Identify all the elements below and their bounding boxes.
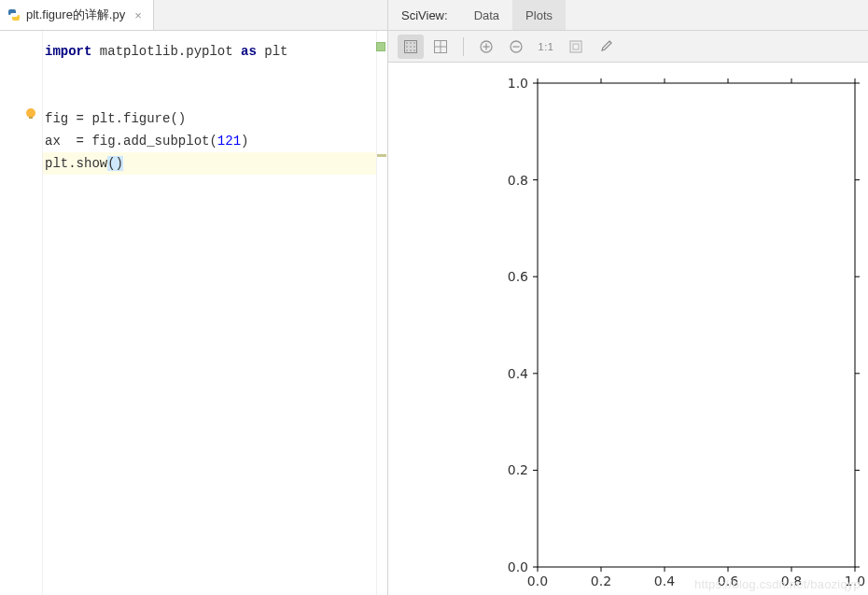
inspection-status-icon[interactable] [376,42,385,51]
code-line [43,85,387,107]
svg-point-4 [410,42,412,44]
zoom-in-icon[interactable] [473,35,499,59]
svg-point-11 [413,50,415,51]
svg-text:0.0: 0.0 [508,560,528,574]
svg-text:1.0: 1.0 [508,76,528,91]
zoom-actual-size-button[interactable]: 1:1 [533,35,559,59]
editor-gutter [0,31,43,595]
svg-rect-22 [538,83,855,567]
sciview-tab-bar: SciView: Data Plots [388,0,868,31]
editor-area: import matplotlib.pyplot as plt fig = pl… [0,31,387,595]
matplotlib-figure: 0.00.20.40.60.81.0 0.00.20.40.60.81.0 [388,72,868,595]
sciview-title: SciView: [388,0,461,30]
editor-tab-filename: plt.figure的详解.py [26,7,125,23]
svg-rect-20 [570,41,581,52]
svg-point-9 [406,50,408,51]
code-line: fig = plt.figure() [43,107,387,130]
code-line [43,63,387,85]
python-file-icon [7,8,21,21]
code-line: ax = fig.add_subplot(121) [43,130,387,152]
svg-rect-21 [573,44,579,50]
svg-point-8 [413,46,415,48]
svg-point-7 [410,46,412,48]
app-root: plt.figure的详解.py × import matplotlib.pyp… [0,0,868,595]
sciview-panel: SciView: Data Plots 1:1 [388,0,868,595]
grid-cells-icon[interactable] [427,35,454,59]
editor-tab-bar: plt.figure的详解.py × [0,0,387,31]
svg-text:0.6: 0.6 [508,269,528,284]
plot-canvas[interactable]: 0.00.20.40.60.81.0 0.00.20.40.60.81.0 ht… [388,63,868,595]
grid-dots-icon[interactable] [398,35,424,59]
svg-point-6 [406,46,408,48]
svg-text:0.0: 0.0 [527,574,548,588]
toolbar-separator [463,37,464,56]
svg-text:0.8: 0.8 [508,173,528,188]
svg-point-0 [26,108,35,118]
editor-tab[interactable]: plt.figure的详解.py × [0,0,154,30]
code-line-current: plt.show() [43,152,387,175]
intention-bulb-icon[interactable] [24,107,37,123]
fit-screen-icon[interactable] [563,35,589,59]
color-picker-icon[interactable] [593,35,619,59]
plot-toolbar: 1:1 [388,31,868,63]
svg-text:0.4: 0.4 [654,574,675,588]
sciview-tab-plots[interactable]: Plots [512,0,566,30]
sciview-tab-data[interactable]: Data [461,0,512,30]
svg-text:0.2: 0.2 [591,574,611,588]
svg-rect-1 [29,117,33,119]
svg-point-10 [410,50,412,51]
svg-text:0.4: 0.4 [508,366,528,381]
watermark-text: https://blog.csdn.net/baoziqyp [694,577,861,591]
marker[interactable] [377,154,386,157]
close-tab-icon[interactable]: × [134,8,142,22]
code-line: import matplotlib.pyplot as plt [43,40,387,63]
editor-panel: plt.figure的详解.py × import matplotlib.pyp… [0,0,388,595]
svg-point-3 [406,42,408,44]
svg-point-5 [413,42,415,44]
zoom-out-icon[interactable] [503,35,529,59]
code-editor[interactable]: import matplotlib.pyplot as plt fig = pl… [43,31,387,595]
svg-text:0.2: 0.2 [508,462,528,477]
editor-marker-gutter [376,31,387,595]
